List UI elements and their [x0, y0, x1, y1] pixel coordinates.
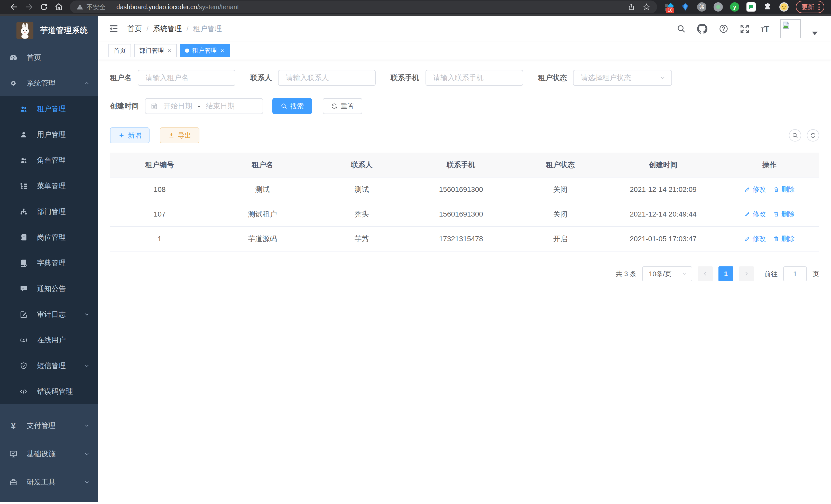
fullscreen-icon[interactable]: [740, 24, 749, 34]
avatar[interactable]: [780, 19, 801, 38]
extensions-puzzle-icon[interactable]: [763, 2, 772, 11]
sidebar-item-online-user[interactable]: 在线用户: [0, 327, 98, 353]
github-icon[interactable]: [697, 24, 708, 34]
font-size-icon[interactable]: TT: [761, 24, 769, 34]
bookmark-star-icon[interactable]: [643, 3, 650, 11]
edit-button[interactable]: 修改: [744, 210, 766, 218]
status-select[interactable]: 请选择租户状态: [573, 70, 672, 86]
status-text: 开启: [514, 227, 606, 251]
tenant-page: 租户名 联系人 联系手机 租户状态 请选择租户状态: [98, 60, 831, 502]
sidebar-item-label: 在线用户: [37, 335, 66, 345]
address-bar[interactable]: 不安全 dashboard.yudao.iocoder.cn /system/t…: [70, 1, 657, 13]
browser-toolbar: 不安全 dashboard.yudao.iocoder.cn /system/t…: [0, 0, 831, 16]
sidebar-item-infra[interactable]: 基础设施: [0, 440, 98, 468]
delete-button[interactable]: 删除: [773, 234, 795, 243]
col-mobile: 联系手机: [408, 153, 514, 177]
next-page-button[interactable]: [739, 266, 754, 281]
browser-reload-icon[interactable]: [36, 1, 51, 13]
search-button[interactable]: 搜索: [273, 98, 312, 114]
dashboard-icon: [9, 53, 18, 62]
sidebar-item-notice[interactable]: 通知公告: [0, 276, 98, 302]
sidebar-item-user[interactable]: 用户管理: [0, 122, 98, 147]
sidebar-item-label: 支付管理: [27, 421, 56, 431]
dict-icon: [20, 259, 28, 267]
prev-page-button[interactable]: [698, 266, 713, 281]
tag-home[interactable]: 首页: [109, 44, 131, 57]
edit-button[interactable]: 修改: [744, 185, 766, 194]
navbar: 首页 / 系统管理 / 租户管理 TT: [98, 16, 831, 41]
sidebar-item-system[interactable]: 系统管理: [0, 70, 98, 96]
extension-green-dot-icon[interactable]: [714, 2, 723, 11]
sidebar-item-dept[interactable]: 部门管理: [0, 199, 98, 225]
page-size-select[interactable]: 10条/页: [642, 266, 692, 281]
contact-input[interactable]: [278, 70, 376, 86]
browser-home-icon[interactable]: [51, 1, 66, 13]
edit-button[interactable]: 修改: [744, 234, 766, 243]
create-time-range-picker[interactable]: 开始日期 - 结束日期: [145, 98, 263, 114]
sidebar-item-home[interactable]: 首页: [0, 45, 98, 70]
sidebar-item-post[interactable]: 岗位管理: [0, 225, 98, 250]
sidebar-item-tenant[interactable]: 租户管理: [0, 96, 98, 122]
profile-avatar-icon[interactable]: [779, 2, 789, 11]
delete-button[interactable]: 删除: [773, 210, 795, 218]
browser-menu-icon[interactable]: [819, 4, 820, 10]
tenant-name-input[interactable]: [138, 70, 235, 86]
not-secure-warning-icon: [77, 4, 83, 10]
omnibox-divider: [111, 3, 111, 11]
header-search-icon[interactable]: [677, 24, 686, 33]
sidebar-item-label: 角色管理: [37, 155, 66, 165]
sidebar-submenu-system: 租户管理 用户管理 角色管理 菜单管理: [0, 96, 98, 404]
sidebar-item-devtools[interactable]: 研发工具: [0, 468, 98, 496]
sidebar-item-audit-log[interactable]: 审计日志: [0, 302, 98, 327]
mobile-input[interactable]: [426, 70, 523, 86]
sidebar-item-dict[interactable]: 字典管理: [0, 250, 98, 276]
chevron-up-icon: [84, 80, 90, 86]
sidebar-item-label: 部门管理: [37, 207, 66, 216]
add-button[interactable]: 新增: [110, 127, 149, 143]
yen-icon: ¥: [9, 421, 18, 431]
calendar-icon: [150, 102, 158, 110]
extension-badge: 10: [666, 7, 674, 13]
toggle-search-icon-button[interactable]: [789, 129, 801, 142]
breadcrumb-current: 租户管理: [193, 24, 222, 34]
browser-forward-icon[interactable]: [22, 1, 36, 13]
org-tree-icon: [20, 208, 28, 216]
tenant-name-label: 租户名: [110, 73, 132, 83]
sidebar-item-label: 菜单管理: [37, 181, 66, 191]
sidebar-item-menu[interactable]: 菜单管理: [0, 173, 98, 199]
sidebar-item-label: 字典管理: [37, 258, 66, 268]
extension-gem-icon[interactable]: [681, 2, 690, 11]
browser-update-button[interactable]: 更新: [796, 1, 824, 13]
help-icon[interactable]: [719, 24, 728, 34]
sidebar-fold-icon[interactable]: [109, 24, 119, 34]
chevron-down-icon: [84, 363, 90, 369]
extension-command-icon[interactable]: ⌘: [697, 2, 706, 11]
sidebar-item-error-code[interactable]: 错误码管理: [0, 379, 98, 404]
col-tenant-name: 租户名: [209, 153, 316, 177]
page-number-1[interactable]: 1: [718, 266, 733, 281]
avatar-caret-icon[interactable]: [812, 32, 818, 35]
sidebar-item-role[interactable]: 角色管理: [0, 147, 98, 173]
goto-label: 前往: [764, 269, 778, 278]
export-button[interactable]: 导出: [160, 127, 199, 143]
share-icon[interactable]: [628, 3, 635, 10]
browser-back-icon[interactable]: [7, 1, 22, 13]
sidebar-logo: 芋道管理系统: [0, 16, 98, 45]
tag-tenant[interactable]: 租户管理: [180, 44, 230, 57]
extension-chat-icon[interactable]: [746, 2, 756, 11]
close-icon[interactable]: [220, 48, 225, 53]
post-icon: [20, 233, 28, 241]
close-icon[interactable]: [167, 48, 172, 53]
goto-page-input[interactable]: [783, 266, 807, 281]
extension-tabs-icon[interactable]: 10: [664, 2, 674, 11]
end-date-placeholder: 结束日期: [206, 101, 235, 111]
breadcrumb-home[interactable]: 首页: [127, 24, 142, 34]
sidebar-item-sms[interactable]: 短信管理: [0, 353, 98, 379]
extension-y-icon[interactable]: y: [730, 2, 739, 11]
sidebar-item-payment[interactable]: ¥ 支付管理: [0, 412, 98, 440]
tag-dept[interactable]: 部门管理: [134, 44, 177, 57]
delete-button[interactable]: 删除: [773, 185, 795, 194]
breadcrumb-system[interactable]: 系统管理: [153, 24, 182, 34]
reset-button[interactable]: 重置: [323, 98, 362, 114]
refresh-table-icon-button[interactable]: [807, 129, 819, 142]
